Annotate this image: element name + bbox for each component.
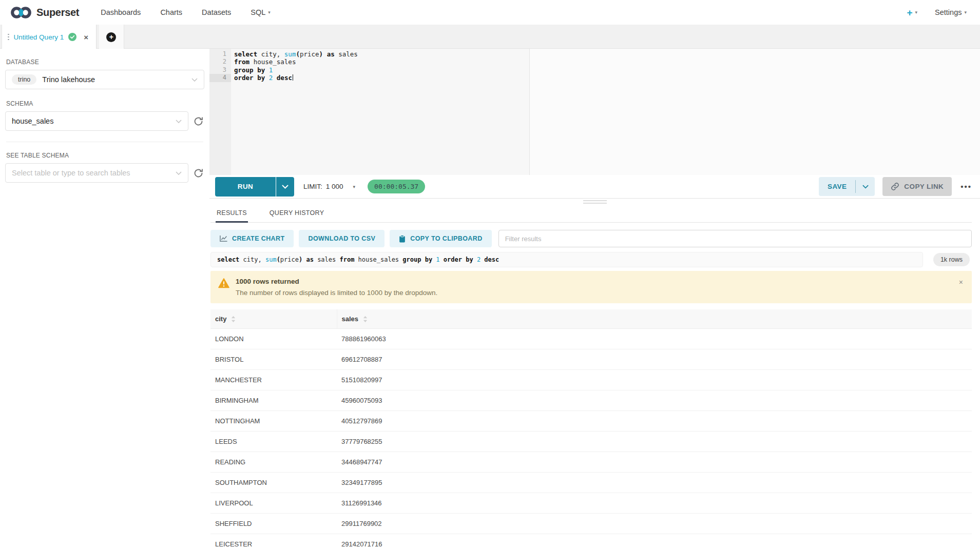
brand-name: Superset [36, 7, 79, 18]
link-icon [891, 182, 899, 191]
superset-infinity-icon [10, 6, 32, 19]
line-number: 4 [209, 74, 231, 82]
copy-link-button[interactable]: COPY LINK [882, 177, 952, 196]
tab-untitled-query[interactable]: Untitled Query 1 × [2, 25, 97, 49]
cell-sales: 51510820997 [337, 370, 972, 390]
cell-city: BRISTOL [210, 349, 337, 370]
copy-clipboard-button[interactable]: COPY TO CLIPBOARD [390, 230, 491, 247]
drag-handle-icon[interactable] [8, 34, 9, 41]
save-options-button[interactable] [856, 177, 875, 196]
run-options-button[interactable] [276, 177, 294, 197]
plus-icon: + [907, 8, 912, 17]
table-row[interactable]: BRISTOL69612708887 [210, 349, 972, 370]
save-button[interactable]: SAVE [819, 177, 855, 196]
add-tab-icon[interactable]: + [106, 32, 116, 42]
chevron-down-icon [176, 120, 182, 123]
cell-city: READING [210, 452, 337, 473]
database-select[interactable]: trino Trino lakehouse [5, 70, 204, 89]
pane-resize-strip [209, 199, 980, 205]
limit-value: 1 000 [326, 183, 343, 190]
cell-city: LONDON [210, 329, 337, 349]
table-row[interactable]: NOTTINGHAM40512797869 [210, 411, 972, 432]
new-item-button[interactable]: + ▾ [907, 8, 917, 17]
table-row[interactable]: BIRMINGHAM45960075093 [210, 390, 972, 411]
top-navbar: Superset Dashboards Charts Datasets SQL▾… [0, 0, 980, 25]
table-row[interactable]: SOUTHAMPTON32349177895 [210, 473, 972, 493]
filter-results-input[interactable] [498, 230, 972, 247]
cell-sales: 788861960063 [337, 329, 972, 349]
close-alert-icon[interactable]: × [959, 279, 963, 286]
alert-message: The number of rows displayed is limited … [236, 289, 437, 297]
code-line[interactable]: group by 1 [234, 66, 980, 74]
table-row[interactable]: READING34468947747 [210, 452, 972, 473]
schema-label: SCHEMA [6, 100, 204, 107]
download-csv-button[interactable]: DOWNLOAD TO CSV [299, 230, 385, 247]
chevron-down-icon: ▾ [268, 10, 271, 15]
create-chart-button[interactable]: CREATE CHART [210, 230, 294, 247]
code-line[interactable]: order by 2 desc [234, 74, 980, 82]
nav-dashboards[interactable]: Dashboards [101, 8, 141, 16]
cell-city: SHEFFIELD [210, 514, 337, 534]
results-table: city sales [210, 309, 972, 549]
results-table-body: LONDON788861960063BRISTOL69612708887MANC… [210, 329, 972, 549]
sort-icon[interactable] [363, 316, 368, 322]
table-header-row: city sales [210, 309, 972, 329]
resize-grip[interactable] [583, 200, 607, 204]
line-number: 3 [209, 66, 231, 74]
refresh-tables-icon[interactable] [193, 168, 204, 179]
cell-sales: 31126991346 [337, 493, 972, 514]
editor-code[interactable]: select city, sum(price) as salesfrom hou… [231, 49, 980, 175]
cell-sales: 29142071716 [337, 534, 972, 549]
sidebar-divider [6, 142, 203, 142]
text-cursor [293, 74, 294, 81]
run-button[interactable]: RUN [215, 177, 276, 197]
settings-menu[interactable]: Settings ▾ [935, 8, 967, 16]
warning-icon [218, 278, 229, 297]
limit-dropdown[interactable]: LIMIT: 1 000 ▾ [303, 183, 355, 190]
column-header-sales[interactable]: sales [337, 309, 972, 329]
code-line[interactable]: select city, sum(price) as sales [234, 50, 980, 58]
table-row[interactable]: LIVERPOOL31126991346 [210, 493, 972, 514]
cell-city: LEEDS [210, 432, 337, 452]
tab-results[interactable]: RESULTS [216, 205, 248, 223]
line-number: 2 [209, 58, 231, 66]
add-tab-area: + [99, 25, 124, 49]
nav-datasets[interactable]: Datasets [202, 8, 231, 16]
cell-city: SOUTHAMPTON [210, 473, 337, 493]
cell-sales: 45960075093 [337, 390, 972, 411]
nav-sql[interactable]: SQL▾ [251, 8, 271, 16]
close-tab-icon[interactable]: × [84, 33, 88, 42]
code-line[interactable]: from house_sales [234, 58, 980, 66]
sqllab-sidebar: DATABASE trino Trino lakehouse SCHEMA ho… [0, 49, 209, 549]
cell-sales: 37779768255 [337, 432, 972, 452]
superset-logo[interactable]: Superset [10, 6, 79, 19]
cell-sales: 32349177895 [337, 473, 972, 493]
more-options-icon[interactable]: ••• [960, 182, 972, 191]
chevron-down-icon [191, 78, 198, 82]
table-row[interactable]: LEEDS37779768255 [210, 432, 972, 452]
save-button-group: SAVE [819, 177, 875, 196]
sort-icon[interactable] [231, 316, 236, 322]
chevron-down-icon [176, 171, 182, 175]
column-header-city[interactable]: city [210, 309, 337, 329]
table-row[interactable]: MANCHESTER51510820997 [210, 370, 972, 390]
table-row[interactable]: LONDON788861960063 [210, 329, 972, 349]
table-row[interactable]: SHEFFIELD29911769902 [210, 514, 972, 534]
refresh-schemas-icon[interactable] [193, 116, 204, 127]
chart-icon [220, 235, 227, 242]
chevron-down-icon: ▾ [915, 10, 918, 15]
query-success-icon [68, 33, 76, 41]
table-select[interactable]: Select table or type to search tables [5, 163, 188, 183]
sql-editor[interactable]: 1234 select city, sum(price) as salesfro… [209, 49, 980, 175]
tab-query-history[interactable]: QUERY HISTORY [268, 205, 325, 222]
cell-city: LEICESTER [210, 534, 337, 549]
table-row[interactable]: LEICESTER29142071716 [210, 534, 972, 549]
clipboard-icon [399, 235, 406, 243]
executed-query-preview[interactable]: select city, sum(price) as sales from ho… [210, 252, 923, 267]
nav-charts[interactable]: Charts [160, 8, 182, 16]
schema-select[interactable]: house_sales [5, 111, 188, 131]
run-button-group: RUN [215, 177, 294, 197]
limit-label: LIMIT: [303, 183, 322, 190]
query-tabbar: Untitled Query 1 × + [0, 25, 980, 49]
database-label: DATABASE [6, 58, 204, 66]
